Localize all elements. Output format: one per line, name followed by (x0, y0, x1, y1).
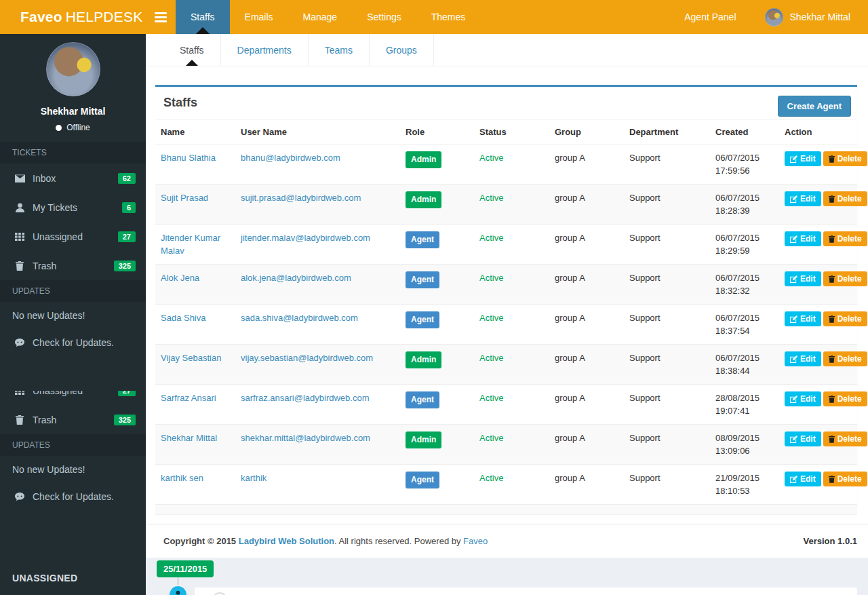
agent-panel-link[interactable]: Agent Panel (684, 12, 736, 22)
sidebar-item-unassigned-2[interactable]: Unassigned 27 (0, 391, 146, 405)
created-date: 06/07/2015 (715, 191, 774, 204)
edit-button[interactable]: Edit (785, 431, 821, 446)
user-menu[interactable]: Shekhar Mittal (765, 8, 850, 26)
col-header-group[interactable]: Group (549, 120, 624, 145)
staff-username-link[interactable]: sada.shiva@ladybirdweb.com (241, 313, 358, 323)
edit-button[interactable]: Edit (785, 231, 821, 246)
nav-item-themes[interactable]: Themes (416, 0, 481, 34)
company-link[interactable]: Ladybird Web Solution (239, 536, 334, 546)
nav-item-emails[interactable]: Emails (230, 0, 288, 34)
edit-button[interactable]: Edit (785, 151, 821, 166)
role-badge: Agent (406, 311, 439, 328)
delete-button[interactable]: Delete (823, 311, 867, 326)
table-row: Jitender Kumar Malav jitender.malav@lady… (155, 225, 857, 265)
nav-item-manage[interactable]: Manage (288, 0, 353, 34)
staff-username-link[interactable]: jitender.malav@ladybirdweb.com (241, 233, 370, 243)
delete-button[interactable]: Delete (823, 151, 867, 166)
delete-button[interactable]: Delete (823, 231, 867, 246)
check-updates-link[interactable]: Check for Updates. (0, 329, 146, 356)
edit-button[interactable]: Edit (785, 351, 821, 366)
col-header-status[interactable]: Status (474, 120, 549, 145)
faveo-link[interactable]: Faveo (463, 536, 488, 546)
group-text: group A (555, 193, 585, 203)
col-header-action[interactable]: Action (779, 120, 857, 145)
sidebar-item-inbox[interactable]: Inbox 62 (0, 164, 146, 193)
staff-name-link[interactable]: Sarfraz Ansari (161, 393, 216, 403)
edit-button[interactable]: Edit (785, 191, 821, 206)
staff-username-link[interactable]: karthik (241, 473, 267, 483)
edit-button[interactable]: Edit (785, 271, 821, 286)
table-foot-strip (155, 504, 857, 514)
sidebar-item-my-tickets[interactable]: My Tickets 6 (0, 193, 146, 222)
edit-button[interactable]: Edit (785, 391, 821, 406)
staff-name-link[interactable]: Jitender Kumar Malav (161, 233, 220, 256)
role-badge: Agent (406, 472, 439, 488)
sidebar-item-trash-2[interactable]: Trash 325 (0, 405, 146, 434)
sidebar-item-trash[interactable]: Trash 325 (0, 251, 146, 280)
staff-username-link[interactable]: bhanu@ladybirdweb.com (241, 153, 340, 163)
department-text: Support (629, 353, 660, 363)
group-text: group A (555, 273, 585, 283)
subnav-item-teams[interactable]: Teams (309, 34, 370, 66)
edit-button[interactable]: Edit (785, 311, 821, 326)
check-updates-link-2[interactable]: Check for Updates. (0, 483, 146, 510)
sidebar-toggle-button[interactable] (146, 0, 176, 34)
col-header-created[interactable]: Created (710, 120, 779, 145)
delete-button[interactable]: Delete (823, 351, 867, 366)
subnav-item-departments[interactable]: Departments (221, 34, 309, 66)
staff-name-link[interactable]: Sujit Prasad (161, 193, 208, 203)
create-agent-button[interactable]: Create Agent (778, 96, 851, 117)
brand-logo[interactable]: Faveo HELPDESK (0, 0, 146, 34)
staff-name-link[interactable]: Shekhar Mittal (161, 433, 217, 443)
nav-item-staffs[interactable]: Staffs (176, 0, 230, 34)
sidebar-avatar (46, 42, 100, 96)
edit-button[interactable]: Edit (785, 472, 821, 486)
staff-name-link[interactable]: karthik sen (161, 473, 203, 483)
subnav-item-staffs[interactable]: Staffs (163, 34, 221, 66)
delete-button[interactable]: Delete (823, 391, 867, 406)
group-text: group A (555, 313, 585, 323)
staff-username-link[interactable]: sarfraz.ansari@ladybirdweb.com (241, 393, 370, 403)
department-text: Support (629, 313, 660, 323)
sidebar-item-label: Unassigned (33, 231, 83, 242)
status-dot-icon (56, 125, 62, 131)
staff-name-link[interactable]: Vijay Sebastian (161, 353, 221, 363)
role-badge: Agent (406, 391, 439, 408)
created-time: 18:28:39 (715, 204, 774, 217)
no-updates-label: No new Updates! (12, 310, 85, 321)
navbar-right: Agent Panel Shekhar Mittal (684, 0, 868, 34)
delete-button[interactable]: Delete (823, 472, 867, 486)
delete-button[interactable]: Delete (823, 431, 867, 446)
table-row: Bhanu Slathia bhanu@ladybirdweb.com Admi… (155, 145, 857, 185)
col-header-department[interactable]: Department (624, 120, 710, 145)
staff-username-link[interactable]: shekhar.mittal@ladybirdweb.com (241, 433, 370, 443)
subnav-item-groups[interactable]: Groups (370, 34, 434, 66)
timeline-date-badge: 25/11/2015 (157, 560, 214, 577)
nav-item-label: Settings (367, 12, 401, 22)
table-header-row: Name User Name Role Status Group Departm… (155, 120, 857, 145)
nav-item-settings[interactable]: Settings (352, 0, 416, 34)
delete-button[interactable]: Delete (823, 271, 867, 286)
created-time: 19:07:41 (715, 404, 774, 417)
created-date: 21/09/2015 (715, 472, 774, 484)
col-header-username[interactable]: User Name (235, 120, 400, 145)
grid-icon (12, 391, 27, 395)
staff-name-link[interactable]: Alok Jena (161, 273, 199, 283)
created-time: 13:09:06 (715, 444, 774, 457)
staff-username-link[interactable]: alok.jena@ladybirdweb.com (241, 273, 351, 283)
staffs-table: Name User Name Role Status Group Departm… (155, 119, 857, 504)
copyright-text: Copyright © 2015 (163, 536, 236, 546)
sidebar: Shekhar Mittal Offline TICKETS Inbox 62 … (0, 34, 146, 595)
staff-name-link[interactable]: Sada Shiva (161, 313, 206, 323)
sidebar-item-unassigned[interactable]: Unassigned 27 (0, 222, 146, 251)
delete-button[interactable]: Delete (823, 191, 867, 206)
staff-username-link[interactable]: vijay.sebastian@ladybirdweb.com (241, 353, 373, 363)
rights-text: . All rights reserved. Powered by (334, 536, 460, 546)
department-text: Support (629, 473, 660, 483)
table-row: Shekhar Mittal shekhar.mittal@ladybirdwe… (155, 425, 857, 465)
col-header-name[interactable]: Name (155, 120, 235, 145)
sidebar-status[interactable]: Offline (0, 123, 146, 132)
staff-name-link[interactable]: Bhanu Slathia (161, 153, 216, 163)
col-header-role[interactable]: Role (400, 120, 474, 145)
staff-username-link[interactable]: sujit.prasad@ladybirdweb.com (241, 193, 361, 203)
